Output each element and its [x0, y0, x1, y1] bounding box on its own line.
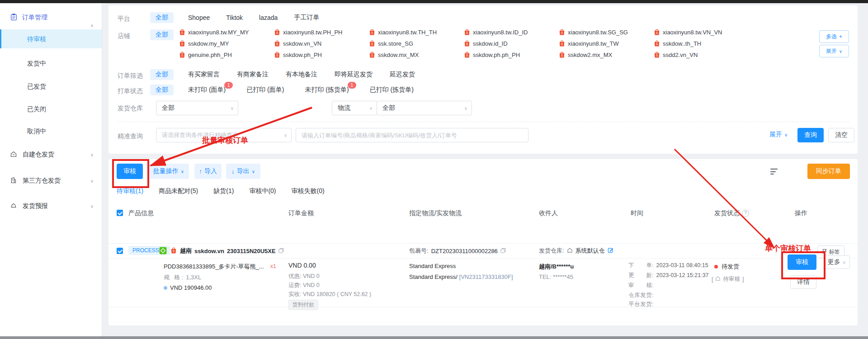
- shop-item[interactable]: Sgenuine.phh_PH: [179, 52, 274, 58]
- tab-out-of-stock[interactable]: 缺货(1): [213, 187, 234, 195]
- shop-item[interactable]: Sxiaoxinyun8.tw.TH_TH: [369, 29, 464, 36]
- chevron-up-icon[interactable]: ∧: [90, 23, 94, 28]
- print-status-option[interactable]: 已打印 (拣货单): [370, 86, 414, 94]
- shopee-bag-icon: S: [179, 52, 185, 58]
- shop-item[interactable]: Ssskdow..th_TH: [654, 40, 749, 47]
- clear-button[interactable]: 清空: [828, 128, 854, 142]
- tab-audit-failed[interactable]: 审核失败(0): [292, 187, 325, 195]
- shopee-bag-icon: S: [369, 40, 375, 47]
- single-audit-annotation: 单个审核订单: [765, 243, 811, 254]
- order-shop: sskdow.vn: [194, 248, 224, 254]
- edit-warehouse-icon[interactable]: [608, 247, 613, 254]
- order-filter-option[interactable]: 延迟发货: [390, 71, 415, 79]
- svg-text:S: S: [276, 54, 278, 57]
- shop-item[interactable]: Sssk.store_SG: [369, 40, 464, 47]
- assigned-logistics: Standard Express: [409, 263, 456, 269]
- col-header-logistics: 指定物流/实发物流: [409, 209, 462, 217]
- platform-option-manual[interactable]: 手工订单: [294, 14, 319, 22]
- sidebar-item-shipping[interactable]: 发货中: [0, 54, 102, 73]
- export-button[interactable]: ↓导出∨: [226, 164, 260, 179]
- logistics-type-select[interactable]: 物流∨: [332, 101, 377, 115]
- sidebar-item-cancelling[interactable]: 取消中: [0, 122, 102, 141]
- sidebar-section-own-warehouse[interactable]: 自建仓发货 ∨: [0, 145, 102, 164]
- shop-item[interactable]: Sxiaoxinyun8.tw.MY_MY: [179, 29, 274, 36]
- shopee-bag-icon: S: [559, 29, 565, 36]
- shop-item[interactable]: Ssskdow.my_MY: [179, 40, 274, 47]
- svg-text:S: S: [371, 42, 373, 46]
- status-dot-icon: [714, 265, 718, 268]
- copy-icon[interactable]: [278, 248, 284, 254]
- tab-pending-audit[interactable]: 待审核(1): [117, 187, 143, 195]
- shop-item[interactable]: Sxiaoxinyun8.tw.SG_SG: [559, 29, 654, 36]
- sidebar-item-shipped[interactable]: 已发货: [0, 77, 102, 96]
- shop-item[interactable]: Ssskdow.ph_PH: [274, 52, 369, 58]
- expand-shops-button[interactable]: 展开∨: [819, 45, 849, 57]
- logistics-value-select[interactable]: 全部∨: [377, 101, 472, 115]
- expand-search-link[interactable]: 展开∨: [769, 131, 788, 139]
- chevron-down-icon: ∨: [90, 179, 94, 184]
- sync-orders-button[interactable]: 同步订单: [807, 164, 850, 179]
- shopee-bag-icon: S: [654, 29, 660, 36]
- shop-item[interactable]: Sxiaoxinyun8.tw_TW: [559, 40, 654, 47]
- col-header-amount: 订单金额: [288, 209, 314, 217]
- shop-item[interactable]: Ssskdow2.mx_MX: [559, 52, 654, 58]
- shop-item[interactable]: Ssskdow.id_ID: [464, 40, 559, 47]
- sidebar-section-label: 自建仓发货: [23, 151, 54, 159]
- sidebar-section-third-party[interactable]: 第三方仓发货 ∨: [0, 171, 102, 190]
- row-more-button[interactable]: 更多∨: [824, 255, 850, 269]
- shop-item[interactable]: Ssskdow.mx_MX: [369, 52, 464, 58]
- order-filter-option[interactable]: 有商家备注: [237, 71, 269, 79]
- svg-text:S: S: [181, 54, 184, 57]
- multi-select-button[interactable]: 多选+: [819, 30, 849, 43]
- svg-text:S: S: [656, 54, 658, 57]
- search-keyword-input[interactable]: [296, 128, 528, 142]
- svg-text:S: S: [181, 42, 184, 46]
- shopee-bag-icon: S: [274, 29, 280, 36]
- platform-option-shopee[interactable]: Shopee: [188, 14, 210, 21]
- sidebar-item-closed[interactable]: 已关闭: [0, 99, 102, 118]
- import-button[interactable]: ↑导入: [194, 164, 222, 179]
- print-status-all[interactable]: 全部: [150, 85, 174, 95]
- tab-unmatched[interactable]: 商品未配对(5): [159, 187, 198, 195]
- warehouse-select[interactable]: 全部∨: [156, 101, 238, 115]
- order-filter-all[interactable]: 全部: [150, 69, 174, 80]
- search-button[interactable]: 查询: [797, 128, 824, 142]
- shops-option-all[interactable]: 全部: [150, 29, 174, 40]
- order-filter-option[interactable]: 有买家留言: [188, 71, 220, 79]
- copy-icon[interactable]: [500, 247, 506, 254]
- print-status-option[interactable]: 未打印 (拣货单)1: [305, 86, 349, 94]
- select-all-checkbox[interactable]: [117, 210, 123, 216]
- shop-item[interactable]: Sxiaoxinyun8.tw.PH_PH: [274, 29, 369, 36]
- order-filter-option[interactable]: 即将延迟发货: [335, 71, 373, 79]
- precise-search-label: 精准查询: [118, 132, 143, 141]
- shop-item[interactable]: Sssdd2.vn_VN: [654, 52, 749, 58]
- platform-option-tiktok[interactable]: Tiktok: [226, 14, 243, 21]
- bell-dome-icon: [10, 202, 17, 211]
- platform-option-all[interactable]: 全部: [150, 12, 174, 23]
- platform-label: 平台: [118, 15, 130, 23]
- tab-auditing[interactable]: 审核中(0): [249, 187, 276, 195]
- shop-item[interactable]: Sxiaoxinyun8.tw.VN_VN: [654, 29, 749, 36]
- sidebar-section-ship-forecast[interactable]: 发货预报 ∨: [0, 197, 102, 216]
- batch-operation-button[interactable]: 批量操作∨: [148, 164, 189, 179]
- question-circle-icon[interactable]: ?: [742, 210, 749, 217]
- sidebar-item-pending-audit[interactable]: 待审核: [0, 29, 102, 48]
- shop-item[interactable]: Ssskdow.vn_VN: [274, 40, 369, 47]
- shop-item[interactable]: Ssskdow.ph.ph_PH: [464, 52, 559, 58]
- green-tag-icon: [159, 247, 167, 256]
- column-settings-icon[interactable]: [770, 169, 778, 174]
- sidebar-group-order-management[interactable]: 订单管理 ∧: [0, 12, 102, 23]
- print-status-option[interactable]: 已打印 (面单): [246, 86, 284, 94]
- row-checkbox[interactable]: [117, 248, 123, 254]
- platform-option-lazada[interactable]: lazada: [259, 14, 278, 21]
- shop-item[interactable]: Sxiaoxinyun8.tw.ID_ID: [464, 29, 559, 36]
- print-status-options: 全部 未打印 (面单)1 已打印 (面单) 未打印 (拣货单)1 已打印 (拣货…: [150, 85, 434, 95]
- divider: [108, 258, 858, 259]
- product-price: VND 190946.00: [164, 284, 212, 291]
- tracking-number: [VN231173331830F]: [459, 273, 513, 280]
- print-status-option[interactable]: 未打印 (面单)1: [188, 86, 226, 94]
- shopee-bag-icon: S: [170, 247, 177, 255]
- package-number: DZT20230311000002286: [431, 248, 498, 254]
- audit-status: [待审核]: [712, 275, 744, 283]
- order-filter-option[interactable]: 有本地备注: [286, 71, 317, 79]
